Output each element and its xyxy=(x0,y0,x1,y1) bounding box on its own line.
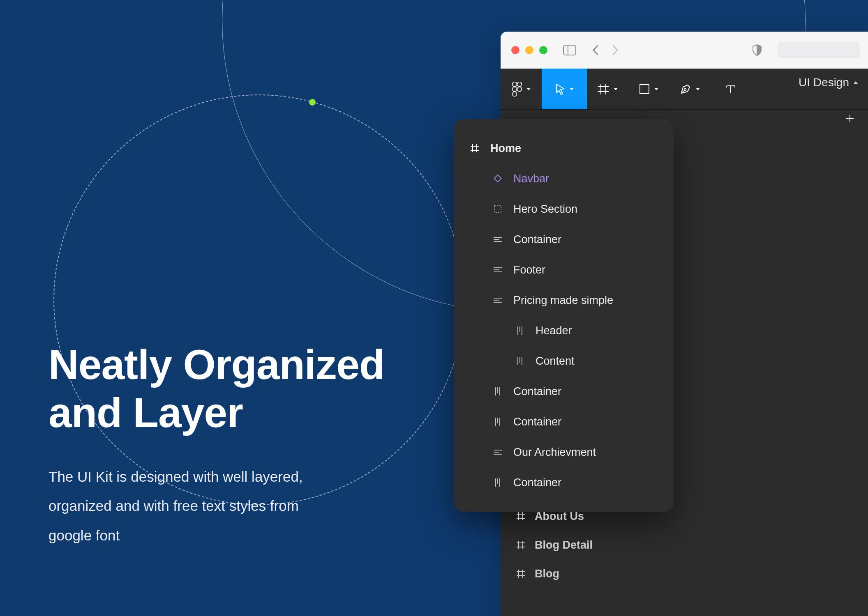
chevron-down-icon xyxy=(696,88,700,90)
svg-point-3 xyxy=(517,82,522,86)
chevron-down-icon xyxy=(654,88,658,90)
layer-label: Navbar xyxy=(513,172,549,185)
layer-label: Home xyxy=(490,142,521,155)
layer-label: Header xyxy=(536,324,572,337)
layer-item-container-2[interactable]: Container xyxy=(454,376,674,407)
traffic-lights xyxy=(511,46,547,54)
pen-tool[interactable] xyxy=(669,69,710,109)
layer-label: Pricing made simple xyxy=(513,294,613,307)
auto-layout-horizontal-icon xyxy=(492,449,503,455)
layer-label: Blog xyxy=(535,568,559,580)
layer-item-container-3[interactable]: Container xyxy=(454,407,674,437)
svg-rect-24 xyxy=(494,175,501,182)
layer-frame-about-us[interactable]: About Us xyxy=(515,502,593,531)
layer-item-content[interactable]: Content xyxy=(454,346,674,376)
toolbar xyxy=(501,69,868,110)
chevron-down-icon xyxy=(614,88,618,90)
layer-item-achievement[interactable]: Our Archievment xyxy=(454,437,674,467)
layer-frame-blog-detail[interactable]: Blog Detail xyxy=(515,531,593,559)
chevron-down-icon xyxy=(570,88,574,90)
frame-icon xyxy=(515,511,526,521)
hero-subtitle: The UI Kit is designed with well layered… xyxy=(48,462,336,550)
frame-tool[interactable] xyxy=(587,69,628,109)
layer-label: Container xyxy=(513,385,561,398)
layer-item-header[interactable]: Header xyxy=(454,315,674,346)
layer-item-container-4[interactable]: Container xyxy=(454,467,674,498)
layer-label: Container xyxy=(513,416,561,428)
chevron-down-icon xyxy=(526,88,531,90)
svg-point-5 xyxy=(517,87,522,91)
maximize-button[interactable] xyxy=(539,46,547,54)
layer-frame-home[interactable]: Home xyxy=(454,133,674,163)
layer-item-hero-section[interactable]: Hero Section xyxy=(454,194,674,224)
url-bar[interactable] xyxy=(778,42,860,58)
move-tool[interactable] xyxy=(542,69,587,109)
auto-layout-horizontal-icon xyxy=(492,237,503,242)
auto-layout-horizontal-icon xyxy=(492,267,503,273)
figma-menu-tool[interactable] xyxy=(501,69,542,109)
auto-layout-vertical-icon xyxy=(492,478,503,487)
auto-layout-vertical-icon xyxy=(514,357,526,365)
project-dropdown[interactable]: UI Design xyxy=(799,76,858,89)
layer-frame-blog[interactable]: Blog xyxy=(515,559,593,588)
layer-label: Hero Section xyxy=(513,203,577,216)
minimize-button[interactable] xyxy=(525,46,533,54)
svg-point-12 xyxy=(684,88,686,90)
layer-label: Container xyxy=(513,476,561,489)
svg-rect-11 xyxy=(640,85,649,94)
svg-point-2 xyxy=(512,82,517,86)
layer-label: Our Archievment xyxy=(513,446,596,459)
layer-label: About Us xyxy=(535,510,584,523)
layer-item-navbar[interactable]: Navbar xyxy=(454,163,674,194)
auto-layout-horizontal-icon xyxy=(492,297,503,303)
frame-icon xyxy=(515,569,526,579)
hero-text-block: Neatly Organized and Layer The UI Kit is… xyxy=(48,341,384,550)
forward-button[interactable] xyxy=(612,44,619,56)
svg-point-6 xyxy=(512,92,517,96)
svg-point-4 xyxy=(512,87,517,91)
privacy-shield-icon[interactable] xyxy=(752,44,762,56)
shape-tool[interactable] xyxy=(628,69,669,109)
layers-panel: Home Navbar Hero Section Container Foote… xyxy=(454,119,674,512)
decorative-dot xyxy=(309,99,316,106)
back-button[interactable] xyxy=(592,44,599,56)
layer-label: Blog Detail xyxy=(535,539,593,552)
svg-rect-25 xyxy=(494,206,501,212)
sidebar-toggle-icon[interactable] xyxy=(563,45,576,55)
close-button[interactable] xyxy=(511,46,519,54)
layer-item-pricing[interactable]: Pricing made simple xyxy=(454,285,674,315)
layer-item-container[interactable]: Container xyxy=(454,224,674,255)
browser-chrome xyxy=(501,32,868,69)
component-icon xyxy=(492,175,503,183)
hero-title: Neatly Organized and Layer xyxy=(48,341,384,437)
hero-title-line-2: and Layer xyxy=(48,389,243,436)
layer-label: Container xyxy=(513,233,561,246)
layer-label: Content xyxy=(536,355,575,368)
project-name: UI Design xyxy=(799,76,849,89)
auto-layout-vertical-icon xyxy=(492,387,503,395)
layer-frames-extra: About Us Blog Detail Blog xyxy=(515,502,593,588)
layer-label: Footer xyxy=(513,264,545,276)
auto-layout-vertical-icon xyxy=(492,418,503,426)
nav-arrows xyxy=(592,44,619,56)
frame-icon xyxy=(515,540,526,550)
frame-icon xyxy=(469,143,480,153)
svg-rect-0 xyxy=(563,45,576,55)
group-icon xyxy=(492,205,503,213)
hero-title-line-1: Neatly Organized xyxy=(48,341,384,388)
chevron-up-icon xyxy=(853,81,858,84)
layer-item-footer[interactable]: Footer xyxy=(454,255,674,285)
text-tool[interactable] xyxy=(710,69,751,109)
auto-layout-vertical-icon xyxy=(514,326,526,335)
add-page-button[interactable] xyxy=(845,114,855,124)
